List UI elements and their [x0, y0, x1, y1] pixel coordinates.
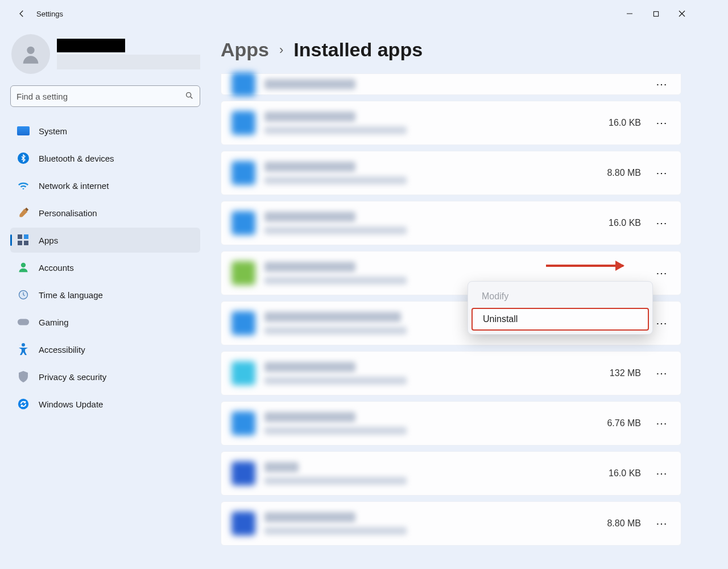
wifi-icon	[17, 179, 30, 192]
app-sub-redacted	[264, 527, 407, 535]
app-name-redacted	[264, 162, 355, 172]
nav-label: Bluetooth & devices	[39, 154, 114, 163]
nav-label: Apps	[39, 236, 58, 245]
app-name-redacted	[264, 462, 299, 472]
app-more-button[interactable]: ⋯	[655, 77, 668, 91]
nav-label: Gaming	[39, 318, 69, 327]
app-more-button[interactable]: ⋯	[655, 316, 668, 330]
app-more-button[interactable]: ⋯	[655, 216, 668, 230]
nav-label: Windows Update	[39, 399, 103, 409]
minimize-button[interactable]	[617, 5, 643, 23]
svg-rect-8	[24, 234, 28, 239]
app-sub-redacted	[264, 226, 407, 234]
app-row[interactable]: 132 MB ⋯	[221, 351, 681, 395]
bluetooth-icon	[17, 152, 30, 164]
annotation-arrow	[546, 265, 623, 267]
app-row[interactable]: ⋯	[221, 73, 681, 95]
app-more-button-active[interactable]: ⋯	[655, 266, 668, 280]
back-button[interactable]	[11, 3, 32, 24]
nav-apps[interactable]: Apps	[10, 228, 200, 253]
nav-privacy[interactable]: Privacy & security	[10, 364, 200, 389]
app-size: 8.80 MB	[607, 518, 641, 529]
nav-network[interactable]: Network & internet	[10, 173, 200, 198]
search-input[interactable]	[16, 92, 185, 101]
app-row[interactable]: 16.0 KB ⋯	[221, 201, 681, 245]
svg-point-11	[21, 263, 26, 267]
app-sub-redacted	[264, 427, 407, 435]
app-sub-redacted	[264, 126, 407, 134]
content-pane: Apps › Installed apps ⋯ 16.0 KB ⋯	[205, 27, 701, 547]
nav-system[interactable]: System	[10, 118, 200, 143]
app-size: 132 MB	[610, 368, 641, 378]
svg-point-5	[187, 92, 191, 97]
app-sub-redacted	[264, 477, 407, 485]
app-size: 6.76 MB	[607, 418, 641, 428]
update-icon	[17, 398, 30, 410]
nav-label: System	[39, 126, 67, 136]
app-row[interactable]: 6.76 MB ⋯	[221, 401, 681, 446]
maximize-button[interactable]	[643, 5, 669, 23]
app-more-button[interactable]: ⋯	[655, 417, 668, 430]
app-icon	[231, 361, 255, 385]
nav-gaming[interactable]: Gaming	[10, 310, 200, 335]
app-size: 8.80 MB	[607, 168, 641, 178]
breadcrumb: Apps › Installed apps	[221, 39, 681, 61]
nav-label: Personalisation	[39, 208, 97, 218]
svg-point-14	[22, 343, 25, 347]
search-box[interactable]	[10, 85, 200, 107]
app-more-button[interactable]: ⋯	[655, 517, 668, 530]
app-name-redacted	[264, 512, 355, 522]
app-sub-redacted	[264, 377, 407, 385]
app-size: 16.0 KB	[609, 218, 641, 228]
app-sub-redacted	[264, 327, 407, 335]
app-icon	[231, 111, 255, 135]
app-icon	[231, 72, 255, 96]
app-row[interactable]: 8.80 MB ⋯	[221, 151, 681, 195]
profile-email-redacted	[57, 55, 200, 69]
nav-accounts[interactable]: Accounts	[10, 255, 200, 280]
app-size: 16.0 KB	[609, 468, 641, 479]
app-row[interactable]: 16.0 KB ⋯	[221, 101, 681, 145]
titlebar: Settings	[0, 0, 701, 27]
sidebar: System Bluetooth & devices Network & int…	[0, 27, 205, 547]
profile-block[interactable]	[10, 34, 200, 74]
apps-icon	[17, 234, 30, 246]
profile-name-redacted	[57, 39, 125, 52]
app-sub-redacted	[264, 176, 407, 184]
app-row[interactable]: 16.0 KB ⋯	[221, 451, 681, 496]
nav-time-language[interactable]: Time & language	[10, 282, 200, 307]
app-icon	[231, 411, 255, 435]
app-name-redacted	[264, 262, 355, 272]
app-icon	[231, 461, 255, 485]
app-more-button[interactable]: ⋯	[655, 166, 668, 180]
app-more-button[interactable]: ⋯	[655, 116, 668, 130]
clock-icon	[17, 288, 30, 301]
shield-icon	[17, 370, 30, 383]
app-row[interactable]: 8.80 MB ⋯	[221, 501, 681, 546]
app-name-redacted	[264, 312, 401, 322]
svg-rect-10	[24, 241, 28, 245]
app-more-button[interactable]: ⋯	[655, 467, 668, 480]
nav-accessibility[interactable]: Accessibility	[10, 337, 200, 362]
app-icon	[231, 161, 255, 185]
svg-point-4	[27, 47, 34, 54]
app-name-redacted	[264, 112, 355, 122]
nav-label: Time & language	[39, 290, 103, 300]
context-uninstall[interactable]: Uninstall	[471, 308, 649, 331]
close-button[interactable]	[669, 5, 695, 23]
window-title: Settings	[36, 10, 63, 18]
app-icon	[231, 311, 255, 335]
app-icon	[231, 512, 255, 535]
nav-personalisation[interactable]: Personalisation	[10, 200, 200, 225]
app-name-redacted	[264, 79, 355, 89]
accessibility-icon	[17, 343, 30, 356]
app-name-redacted	[264, 412, 355, 422]
breadcrumb-parent[interactable]: Apps	[221, 39, 269, 61]
nav-windows-update[interactable]: Windows Update	[10, 391, 200, 417]
nav-bluetooth[interactable]: Bluetooth & devices	[10, 146, 200, 171]
app-icon	[231, 211, 255, 235]
search-icon	[185, 91, 194, 102]
app-more-button[interactable]: ⋯	[655, 366, 668, 380]
app-sub-redacted	[264, 277, 407, 284]
nav-label: Accounts	[39, 263, 74, 273]
